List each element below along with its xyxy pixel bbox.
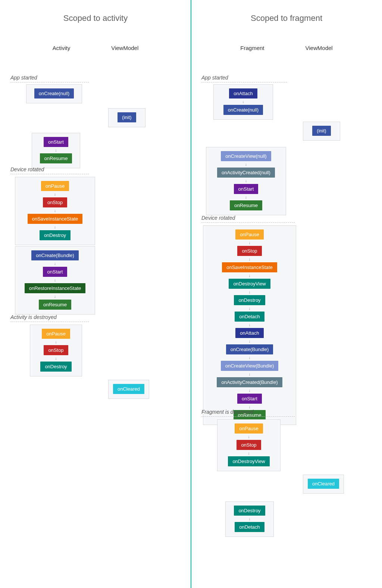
arrow-icon: ↓ — [54, 209, 56, 213]
arrow-icon: ↓ — [55, 340, 57, 344]
tag-onattach2: onAttach — [235, 328, 263, 338]
tag-onstart2-f: onStart — [237, 394, 262, 404]
group-init: (init) — [108, 108, 145, 127]
tag-init-f: (init) — [312, 126, 331, 136]
tag-onactivitycreated-null: onActivityCreated(null) — [217, 168, 275, 178]
arrow-icon: ↓ — [248, 451, 250, 455]
arrow-icon: ↓ — [248, 339, 251, 343]
tag-oncreate-bundle-f: onCreate(Bundle) — [226, 344, 273, 354]
arrow-icon: ↓ — [248, 405, 251, 409]
tag-onstart2: onStart — [43, 267, 68, 277]
tag-onstop-f: onStop — [237, 246, 262, 256]
arrow-icon: ↓ — [248, 241, 251, 245]
arrow-icon: ↓ — [55, 148, 57, 152]
tag-onpause-f: onPause — [235, 229, 263, 240]
event-app-started: App started — [10, 75, 89, 82]
tag-ondestroy-f: onDestroy — [234, 295, 265, 305]
group-oncleared: onCleared — [108, 380, 149, 399]
tag-oncreateview-null: onCreateView(null) — [221, 151, 271, 161]
tag-onstop3-f: onStop — [237, 440, 261, 450]
tag-onattach: onAttach — [229, 88, 257, 98]
group-start-resume: onStart ↓ onResume — [32, 133, 80, 168]
arrow-icon: ↓ — [248, 323, 251, 327]
activity-column-title: Scoped to activity — [0, 0, 191, 23]
tag-oncreate-bundle: onCreate(Bundle) — [31, 250, 79, 260]
event-device-rotated-f: Device rotated — [201, 215, 295, 223]
arrow-icon: ↓ — [248, 257, 251, 261]
arrow-icon: ↓ — [54, 294, 56, 298]
arrow-icon: ↓ — [248, 273, 251, 278]
group-destroy: onPause ↓ onStop ↓ onDestroy — [30, 325, 82, 376]
tag-oncleared: onCleared — [113, 384, 144, 394]
arrow-icon: ↓ — [248, 517, 251, 521]
fragment-lane-label: Fragment — [240, 45, 264, 51]
tag-oncleared-f: onCleared — [308, 479, 339, 489]
tag-oncreate-null-f: onCreate(null) — [223, 105, 263, 115]
activity-column: Scoped to activity Activity ViewModel Ap… — [0, 0, 191, 588]
event-device-rotated: Device rotated — [10, 166, 89, 174]
tag-onstart: onStart — [44, 137, 68, 147]
tag-onresume-f: onResume — [230, 200, 262, 210]
tag-ondestroy-final: onDestroy — [234, 506, 265, 516]
diagram-root: Scoped to activity Activity ViewModel Ap… — [0, 0, 382, 588]
arrow-icon: ↓ — [248, 372, 251, 376]
arrow-icon: ↓ — [54, 192, 56, 196]
group-fragment-destroy: onPause↓ onStop↓ onDestroyView — [217, 419, 281, 471]
event-activity-destroyed: Activity is destroyed — [10, 314, 89, 322]
tag-ondestroy2: onDestroy — [40, 362, 71, 372]
tag-onresume: onResume — [40, 153, 72, 163]
tag-onactivitycreated-bundle: onActivityCreated(Bundle) — [217, 377, 282, 387]
tag-ondestroyview-f: onDestroyView — [229, 279, 270, 289]
group-createview: onCreateView(null) ↓ onActivityCreated(n… — [206, 147, 286, 215]
tag-onstop: onStop — [43, 197, 67, 207]
tag-onstart-f: onStart — [234, 184, 259, 194]
tag-onpause3-f: onPause — [235, 423, 263, 434]
tag-onstop2: onStop — [44, 345, 68, 355]
arrow-icon: ↓ — [245, 162, 247, 166]
arrow-icon: ↓ — [54, 278, 56, 282]
group-final-detach: onDestroy↓ onDetach — [225, 501, 274, 537]
arrow-icon: ↓ — [248, 290, 251, 294]
group-oncleared-f: onCleared — [303, 475, 344, 494]
group-oncreate-null: onCreate(null) — [26, 84, 82, 103]
tag-init: (init) — [118, 112, 136, 122]
arrow-icon: ↓ — [54, 262, 56, 266]
tag-ondestroy: onDestroy — [40, 230, 71, 240]
arrow-icon: ↓ — [248, 306, 251, 310]
arrow-icon: ↓ — [245, 195, 247, 199]
arrow-icon: ↓ — [54, 225, 56, 229]
event-app-started-f: App started — [201, 75, 287, 82]
arrow-icon: ↓ — [245, 179, 247, 183]
activity-vm-lane-label: ViewModel — [111, 45, 138, 51]
arrow-icon: ↓ — [248, 356, 251, 360]
tag-onpause2: onPause — [42, 329, 70, 339]
activity-lane-headers: Activity ViewModel — [0, 23, 191, 51]
arrow-icon: ↓ — [55, 356, 57, 360]
tag-ondetach-f: onDetach — [235, 312, 264, 322]
tag-ondestroyview2-f: onDestroyView — [228, 456, 269, 466]
group-attach-create: onAttach ↓ onCreate(null) — [213, 84, 273, 120]
group-rotation-teardown: onPause ↓ onStop ↓ onSaveInstanceState ↓… — [15, 177, 95, 245]
tag-onsaveinstancestate: onSaveInstanceState — [28, 214, 83, 224]
arrow-icon: ↓ — [242, 100, 244, 104]
group-rotation-f: onPause↓ onStop↓ onSaveInstanceState↓ on… — [203, 225, 296, 425]
arrow-icon: ↓ — [248, 388, 251, 392]
activity-lane-label: Activity — [53, 45, 71, 51]
tag-onresume2: onResume — [39, 300, 71, 310]
tag-onrestore: onRestoreInstanceState — [25, 283, 85, 293]
group-init-f: (init) — [303, 122, 340, 141]
tag-ondetach-final: onDetach — [235, 522, 264, 532]
fragment-lane-headers: Fragment ViewModel — [191, 23, 382, 51]
tag-onpause: onPause — [41, 181, 69, 191]
tag-oncreateview-bundle: onCreateView(Bundle) — [221, 361, 279, 371]
tag-oncreate-null: onCreate(null) — [34, 88, 74, 98]
arrow-icon: ↓ — [248, 435, 250, 439]
tag-onsave-f: onSaveInstanceState — [222, 262, 277, 272]
fragment-column: Scoped to fragment Fragment ViewModel Ap… — [191, 0, 382, 588]
group-rotation-restore: onCreate(Bundle) ↓ onStart ↓ onRestoreIn… — [15, 246, 95, 315]
fragment-column-title: Scoped to fragment — [191, 0, 382, 23]
fragment-vm-lane-label: ViewModel — [306, 45, 333, 51]
event-fragment-destroyed: Fragment is destroyed — [201, 409, 295, 417]
